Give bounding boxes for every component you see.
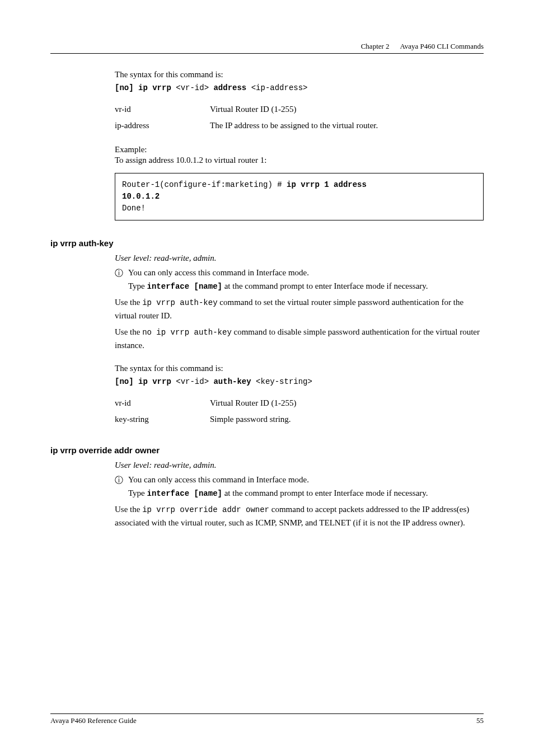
- footer-page-number: 55: [476, 716, 484, 725]
- page-header: Chapter 2 Avaya P460 CLI Commands: [50, 42, 484, 51]
- table-row: ip-address The IP address to be assigned…: [115, 118, 378, 134]
- table-row: vr-id Virtual Router ID (1-255): [115, 101, 378, 118]
- note: ⓘ You can only access this command in In…: [115, 266, 484, 293]
- param-def: The IP address to be assigned to the vir…: [210, 118, 378, 134]
- param-def: Virtual Router ID (1-255): [210, 395, 296, 411]
- header-rule: [50, 53, 484, 54]
- note-line: You can only access this command in Inte…: [128, 475, 309, 484]
- note-line-a: Type: [128, 489, 147, 497]
- param-term: ip-address: [115, 118, 210, 134]
- cmd-kw2: auth-key: [213, 377, 251, 386]
- para-cmd: no ip vrrp auth-key: [142, 328, 232, 337]
- main-content: The syntax for this command is: [no] ip …: [50, 68, 484, 529]
- note-line: You can only access this command in Inte…: [128, 268, 309, 277]
- command-syntax: [no] ip vrrp <vr-id> auth-key <key-strin…: [115, 377, 484, 386]
- note-cmd: interface [name]: [147, 282, 222, 291]
- param-term: key-string: [115, 411, 210, 428]
- section-heading: ip vrrp auth-key: [50, 238, 484, 248]
- note-cmd: interface [name]: [147, 489, 222, 498]
- code-bold: 10.0.1.2: [122, 192, 160, 201]
- command-syntax: [no] ip vrrp <vr-id> address <ip-address…: [115, 83, 484, 92]
- cmd-arg1: <vr-id>: [176, 377, 209, 386]
- page-footer: Avaya P460 Reference Guide 55: [50, 713, 484, 725]
- param-def: Simple password string.: [210, 411, 296, 428]
- user-level: User level: read-write, admin.: [115, 461, 484, 470]
- para-a: Use the: [115, 505, 142, 514]
- footer-left: Avaya P460 Reference Guide: [50, 716, 137, 725]
- info-icon: ⓘ: [115, 266, 128, 293]
- param-def: Virtual Router ID (1-255): [210, 101, 378, 118]
- note-line-a: Type: [128, 281, 147, 290]
- cmd-kw2: address: [213, 83, 246, 92]
- example-desc: To assign address 10.0.1.2 to virtual ro…: [115, 156, 484, 165]
- section-heading: ip vrrp override addr owner: [50, 445, 484, 455]
- cmd-arg1: <vr-id>: [176, 83, 209, 92]
- cmd-prefix: [no] ip vrrp: [115, 377, 171, 386]
- section-wrapper: ip vrrp auth-key: [50, 238, 484, 248]
- table-row: vr-id Virtual Router ID (1-255): [115, 395, 296, 411]
- cmd-arg2: <ip-address>: [251, 83, 308, 92]
- user-level: User level: read-write, admin.: [115, 253, 484, 263]
- section-wrapper: ip vrrp override addr owner: [50, 445, 484, 455]
- code-example: Router-1(configure-if:marketing) # ip vr…: [115, 173, 484, 220]
- para-a: Use the: [115, 298, 142, 307]
- para-cmd: ip vrrp override addr owner: [142, 505, 269, 514]
- footer-row: Avaya P460 Reference Guide 55: [50, 716, 484, 725]
- footer-rule: [50, 713, 484, 714]
- cmd-prefix: [no] ip vrrp: [115, 83, 171, 92]
- body-para: Use the ip vrrp auth-key command to set …: [115, 296, 484, 322]
- code-prefix: Router-1(configure-if:marketing) #: [122, 180, 287, 189]
- note-body: You can only access this command in Inte…: [128, 266, 484, 293]
- param-table: vr-id Virtual Router ID (1-255) ip-addre…: [115, 101, 378, 134]
- para-cmd: ip vrrp auth-key: [142, 298, 217, 307]
- note-line-c: at the command prompt to enter Interface…: [222, 281, 428, 290]
- header-title: Avaya P460 CLI Commands: [400, 42, 484, 50]
- body-para: Use the no ip vrrp auth-key command to d…: [115, 326, 484, 352]
- para-a: Use the: [115, 327, 142, 336]
- chapter-label: Chapter 2: [361, 42, 390, 50]
- code-bold: ip vrrp 1 address: [287, 180, 367, 189]
- note: ⓘ You can only access this command in In…: [115, 473, 484, 500]
- param-term: vr-id: [115, 101, 210, 118]
- note-body: You can only access this command in Inte…: [128, 473, 484, 500]
- cmd-arg2: <key-string>: [256, 377, 312, 386]
- param-table: vr-id Virtual Router ID (1-255) key-stri…: [115, 395, 296, 428]
- table-row: key-string Simple password string.: [115, 411, 296, 428]
- syntax-intro: The syntax for this command is:: [115, 68, 484, 81]
- example-label: Example:: [115, 145, 484, 154]
- param-term: vr-id: [115, 395, 210, 411]
- note-line-c: at the command prompt to enter Interface…: [222, 489, 428, 497]
- body-para: Use the ip vrrp override addr owner comm…: [115, 503, 484, 529]
- info-icon: ⓘ: [115, 473, 128, 500]
- code-last: Done!: [122, 204, 146, 213]
- syntax-intro: The syntax for this command is:: [115, 362, 484, 375]
